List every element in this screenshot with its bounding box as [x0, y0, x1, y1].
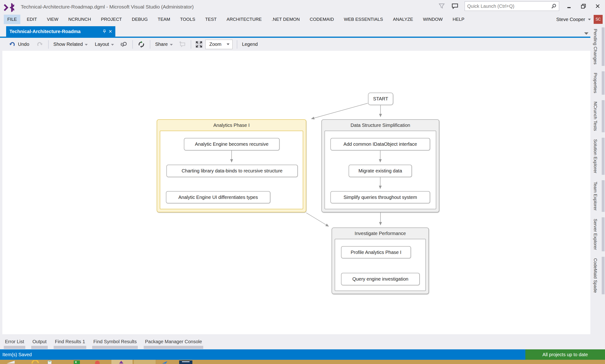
show-related-button[interactable]: Show Related — [52, 40, 90, 48]
document-tab[interactable]: Technical-Architecture-Roadma × — [6, 26, 115, 37]
diagram-node[interactable]: Analytic Engine becomes recursive — [184, 138, 280, 150]
redo-layout-button[interactable] — [136, 39, 147, 50]
bottom-tab-error-list[interactable]: Error List — [4, 339, 25, 349]
show-related-label: Show Related — [53, 41, 83, 47]
menu-item-architecture[interactable]: ARCHITECTURE — [223, 15, 265, 24]
redo-button[interactable] — [35, 39, 45, 49]
bottom-tab-label: Error List — [4, 339, 25, 344]
share-button[interactable]: Share — [153, 40, 174, 48]
menu-item-view[interactable]: VIEW — [43, 15, 62, 24]
menu-item-analyze[interactable]: ANALYZE — [389, 15, 417, 24]
user-avatar[interactable]: SC — [594, 15, 603, 24]
pin-icon[interactable] — [103, 29, 106, 33]
word-icon[interactable] — [179, 360, 193, 364]
refresh-icon — [138, 41, 145, 48]
sidebar-tab-ncrunch-tests[interactable]: NCrunch Tests — [590, 101, 605, 132]
browser-icon[interactable] — [31, 360, 39, 364]
menu-item-project[interactable]: PROJECT — [97, 15, 126, 24]
diagram-toolbar: Undo Show Related Layout Share Zoom Lege… — [0, 38, 590, 51]
open-files-chevron-icon[interactable] — [584, 32, 589, 35]
menu-item-help[interactable]: HELP — [449, 15, 468, 24]
red-app-icon[interactable] — [94, 360, 101, 364]
bottom-tab-find-symbol-results[interactable]: Find Symbol Results — [92, 339, 138, 349]
diagram-node[interactable]: Query engine investigation — [341, 273, 420, 285]
zoom-to-selection-button[interactable] — [118, 39, 130, 50]
windows-taskbar — [0, 360, 605, 364]
excel-icon[interactable] — [73, 360, 80, 364]
diagram-node[interactable]: Analytic Engine UI differentiates types — [166, 191, 270, 203]
menu-item-net-demon[interactable]: .NET DEMON — [268, 15, 303, 24]
document-tab-strip: Technical-Architecture-Roadma × — [0, 25, 590, 37]
signed-in-user[interactable]: Steve Cooper — [556, 17, 585, 22]
menu-item-debug[interactable]: DEBUG — [128, 15, 151, 24]
menu-item-edit[interactable]: EDIT — [23, 15, 40, 24]
menu-item-ncrunch[interactable]: NCRUNCH — [65, 15, 94, 24]
layout-button[interactable]: Layout — [93, 40, 116, 48]
build-status-badge: All projects up to date — [525, 349, 605, 360]
legend-button[interactable]: Legend — [240, 40, 260, 48]
zoom-dropdown[interactable]: Zoom — [205, 40, 233, 49]
share-label: Share — [155, 41, 168, 47]
node-label: Add common IDataObject interface — [343, 142, 417, 147]
undo-button[interactable]: Undo — [7, 39, 31, 49]
diagram-node[interactable]: Add common IDataObject interface — [330, 138, 430, 150]
feedback-icon[interactable] — [451, 3, 459, 10]
menu-item-test[interactable]: TEST — [202, 15, 220, 24]
quick-launch-box[interactable] — [465, 1, 559, 11]
taskbar-button[interactable] — [133, 360, 156, 364]
blue-app-icon[interactable] — [161, 360, 168, 364]
user-dropdown-caret-icon[interactable] — [588, 19, 591, 20]
bottom-tab-bar — [54, 346, 86, 349]
fit-to-screen-button[interactable] — [194, 39, 204, 49]
toolbar-separator — [237, 40, 237, 49]
close-button[interactable] — [594, 2, 602, 10]
search-icon — [551, 3, 557, 9]
diagram-node[interactable]: Migrate existing data — [349, 165, 412, 177]
diagram-node[interactable]: Charting library data-binds to recursive… — [166, 165, 298, 177]
share-caret-icon — [170, 44, 173, 46]
restore-button[interactable] — [579, 2, 588, 10]
fit-to-screen-icon — [195, 40, 203, 48]
bottom-tab-label: Find Results 1 — [54, 339, 86, 344]
bottom-tab-bar — [4, 346, 25, 349]
bottom-tab-bar — [31, 346, 48, 349]
start-button-icon[interactable] — [6, 360, 16, 364]
minimize-button[interactable] — [565, 2, 573, 10]
comment-plus-icon — [179, 41, 186, 48]
diagram-node[interactable]: Simplify queries throughout system — [330, 191, 430, 203]
node-label: Charting library data-binds to recursive… — [182, 168, 283, 174]
sidebar-tab-pending-changes[interactable]: Pending Changes — [590, 28, 605, 65]
node-label: Migrate existing data — [358, 168, 402, 174]
bottom-tab-package-manager-console[interactable]: Package Manager Console — [144, 339, 203, 349]
group-title: Data Structure Simplification — [322, 120, 439, 131]
sidebar-tab-server-explorer[interactable]: Server Explorer — [590, 218, 605, 251]
sidebar-tab-codemaid-spade[interactable]: CodeMaid Spade — [590, 257, 605, 294]
sidebar-tab-solution-explorer[interactable]: Solution Explorer — [590, 138, 605, 174]
new-comment-button[interactable] — [177, 39, 188, 49]
diagram-node-start[interactable]: START — [368, 93, 393, 105]
menu-item-window[interactable]: WINDOW — [420, 15, 446, 24]
menu-item-file[interactable]: FILE — [4, 15, 20, 24]
zoom-label: Zoom — [209, 41, 222, 47]
sidebar-tab-team-explorer[interactable]: Team Explorer — [590, 181, 605, 212]
filter-icon[interactable] — [438, 3, 445, 10]
notes-app-icon[interactable] — [47, 360, 53, 364]
layout-label: Layout — [95, 41, 109, 47]
quick-launch-input[interactable] — [467, 3, 551, 9]
tab-close-icon[interactable]: × — [109, 29, 112, 34]
node-label: Simplify queries throughout system — [343, 195, 417, 200]
menu-item-tools[interactable]: TOOLS — [177, 15, 199, 24]
document-tab-label: Technical-Architecture-Roadma — [10, 29, 101, 34]
layout-caret-icon — [111, 44, 114, 46]
bottom-tab-output[interactable]: Output — [31, 339, 48, 349]
diagram-node[interactable]: Profile Analytics Phase I — [341, 246, 411, 259]
redo-icon — [36, 41, 43, 48]
menu-item-web-essentials[interactable]: WEB ESSENTIALS — [340, 15, 387, 24]
visual-studio-taskbar-icon[interactable] — [118, 360, 125, 364]
sidebar-tab-properties[interactable]: Properties — [590, 72, 605, 94]
menu-item-team[interactable]: TEAM — [154, 15, 174, 24]
bottom-tab-find-results-1[interactable]: Find Results 1 — [54, 339, 86, 349]
node-label: Query engine investigation — [352, 276, 408, 282]
window-title: Technical-Architecture-Roadmap.dgml - Mi… — [21, 4, 194, 10]
menu-item-codemaid[interactable]: CODEMAID — [306, 15, 337, 24]
